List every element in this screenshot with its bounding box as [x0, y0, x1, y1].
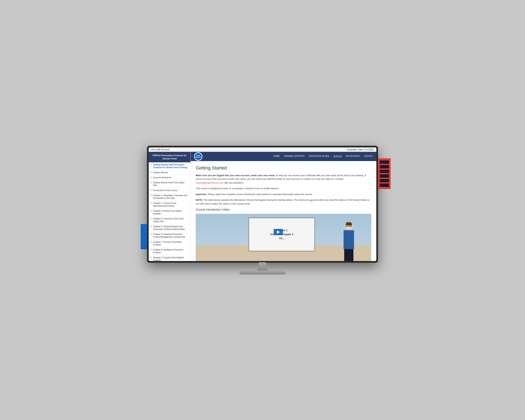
video-character	[340, 222, 357, 261]
monitor-screen: Go to My Account Expiration Date 1/11/20…	[149, 147, 376, 261]
note-label: NOTE:	[196, 199, 203, 201]
nav-logout[interactable]: LOGOUT	[364, 155, 373, 158]
sidebar-item-label: Chapter 4: Overview of the Food Safety P…	[153, 217, 189, 223]
nav-chinese-support[interactable]: 培训支持	[333, 155, 342, 158]
character-leg-left	[344, 249, 348, 261]
nav-my-account[interactable]: MY ACCOUNT	[346, 155, 360, 158]
intro-bold: Make sure you are logged into your own a…	[196, 174, 275, 177]
character-head	[345, 222, 353, 230]
stand-base	[239, 271, 286, 274]
sidebar-item-introduction-course[interactable]: Introduction to the Course	[149, 188, 190, 193]
sidebar-item-label: Sample Animal Feed Food Safety Plan	[153, 181, 189, 187]
circle-icon	[150, 195, 152, 196]
logo-text: FOOD SAFETY	[195, 155, 202, 158]
main-layout: FSPCA Preventive Controls for Human Food…	[149, 152, 376, 261]
nav-logo-circle: FOOD SAFETY	[194, 152, 202, 161]
video-container[interactable]: Chapter 1 Course = Chapter 2 Ch...	[196, 214, 371, 261]
go-to-account-link[interactable]: Go to My Account	[151, 148, 169, 151]
stand-neck	[254, 262, 271, 271]
sidebar-item-label: Chapter 3: Animal Food Safety Hazards	[153, 210, 189, 215]
content-body: Getting Started Make sure you are logged…	[191, 161, 376, 261]
not-word: not	[309, 199, 313, 201]
page-title: Getting Started	[196, 165, 371, 171]
circle-icon	[150, 210, 152, 212]
sidebar-item-label: Chapter 7: Process Preventive Controls	[153, 241, 189, 246]
circle-icon	[150, 202, 152, 204]
sidebar-item-chapter1[interactable]: Chapter 1: Regulatory Overview and Intro…	[149, 193, 190, 201]
play-triangle-icon	[277, 230, 280, 234]
sidebar-item-chapter6[interactable]: Chapter 6: Required Preventive Control M…	[149, 232, 190, 240]
sidebar-item-label: Chapter 8: Sanitation Preventive Control…	[153, 248, 189, 254]
circle-icon	[150, 182, 152, 183]
nav-links: HOME TRAINING SUPPORT CENTRO-DE-AYUDA 培训…	[273, 155, 373, 158]
sidebar-item-getting-started[interactable]: ✓Getting Started with Preventive Control…	[149, 162, 190, 170]
important-label: Important:	[196, 193, 207, 196]
monitor-stand	[147, 262, 378, 274]
character-legs	[344, 249, 353, 261]
note2-paragraph: Important: Please watch the complete cou…	[196, 193, 371, 196]
check-icon: ✓	[150, 163, 152, 166]
intro-email-link[interactable]: training@registrarcorp.com	[196, 181, 224, 184]
deco-blue-bar	[141, 224, 147, 249]
deco-red-bars	[378, 158, 391, 189]
sidebar-item-chapter2[interactable]: Chapter 2: Current Good Manufacturing Pr…	[149, 201, 190, 208]
intro-paragraph: Make sure you are logged into your own a…	[196, 174, 371, 185]
sidebar-item-chapter4[interactable]: Chapter 4: Overview of the Food Safety P…	[149, 216, 190, 224]
note3-text: The video below explains the Attendance …	[204, 199, 309, 201]
expiration-date: Expiration Date 1/11/2025	[347, 148, 374, 151]
sidebar-item-exercise-workbook[interactable]: Exercise Workbook	[149, 175, 190, 180]
sidebar-item-label: Student Manual	[153, 171, 168, 174]
content-area: FOOD SAFETY HOME TRAINING SUPPORT CENTRO…	[191, 152, 376, 261]
nav-bar: FOOD SAFETY HOME TRAINING SUPPORT CENTRO…	[191, 152, 376, 161]
sidebar-item-chapter5[interactable]: Chapter 5: Hazard Analysis and Preventiv…	[149, 224, 190, 232]
circle-icon	[150, 225, 152, 227]
nav-centro-ayuda[interactable]: CENTRO-DE-AYUDA	[309, 155, 329, 158]
sidebar-item-chapter3[interactable]: Chapter 3: Animal Food Safety Hazards	[149, 208, 190, 216]
character-hair	[346, 222, 352, 225]
sidebar-item-chapter8[interactable]: Chapter 8: Sanitation Preventive Control…	[149, 247, 190, 255]
nav-home[interactable]: HOME	[273, 155, 280, 158]
sidebar-item-label: Chapter 1: Regulatory Overview and Intro…	[153, 194, 189, 199]
circle-icon	[150, 218, 152, 219]
sidebar-item-chapter7[interactable]: Chapter 7: Process Preventive Controls	[149, 240, 190, 247]
nav-logo: FOOD SAFETY	[194, 152, 204, 161]
sidebar-items-container: ✓Getting Started with Preventive Control…	[149, 162, 190, 261]
sidebar: FSPCA Preventive Controls for Human Food…	[149, 152, 191, 261]
sidebar-item-label: Chapter 6: Required Preventive Control M…	[153, 233, 189, 238]
circle-icon	[150, 249, 152, 251]
note2-text: Please watch the complete course introdu…	[208, 193, 312, 196]
sidebar-item-label: Introduction to the Course	[153, 189, 177, 192]
note1-paragraph: This course is designed to work on a com…	[196, 187, 371, 190]
circle-icon	[150, 241, 152, 243]
sidebar-item-label: Exercise Workbook	[153, 176, 171, 179]
sidebar-title: FSPCA Preventive Controls for Human Food	[149, 152, 190, 163]
nav-training-support[interactable]: TRAINING SUPPORT	[284, 155, 305, 158]
sidebar-item-chapter9[interactable]: Chapter 9: Supply-Chain-Applied Controls	[149, 255, 190, 261]
circle-icon	[150, 233, 152, 235]
sidebar-item-sample-animal-feed[interactable]: Sample Animal Feed Food Safety Plan	[149, 180, 190, 188]
circle-icon	[150, 189, 152, 191]
monitor: Go to My Account Expiration Date 1/11/20…	[147, 146, 378, 263]
sidebar-item-label: Getting Started with Preventive Controls…	[153, 163, 189, 169]
sidebar-item-label: Chapter 2: Current Good Manufacturing Pr…	[153, 202, 189, 207]
note3-paragraph: NOTE: The video below explains the Atten…	[196, 198, 371, 205]
character-glasses	[346, 225, 352, 227]
sidebar-item-label: Chapter 9: Supply-Chain-Applied Controls	[153, 256, 189, 261]
top-bar: Go to My Account Expiration Date 1/11/20…	[149, 147, 376, 152]
play-button[interactable]	[274, 229, 283, 235]
circle-icon	[150, 177, 152, 178]
sidebar-item-label: Chapter 5: Hazard Analysis and Preventiv…	[153, 225, 189, 231]
intro-end: with any questions.	[224, 181, 244, 184]
character-leg-right	[349, 249, 353, 261]
circle-icon	[150, 172, 152, 173]
character-body	[344, 230, 354, 249]
sidebar-item-student-manual[interactable]: Student Manual	[149, 170, 190, 175]
circle-icon	[150, 257, 152, 258]
whiteboard-line3: Ch...	[279, 236, 285, 241]
video-section-title: Course Introduction Video:	[196, 208, 371, 211]
